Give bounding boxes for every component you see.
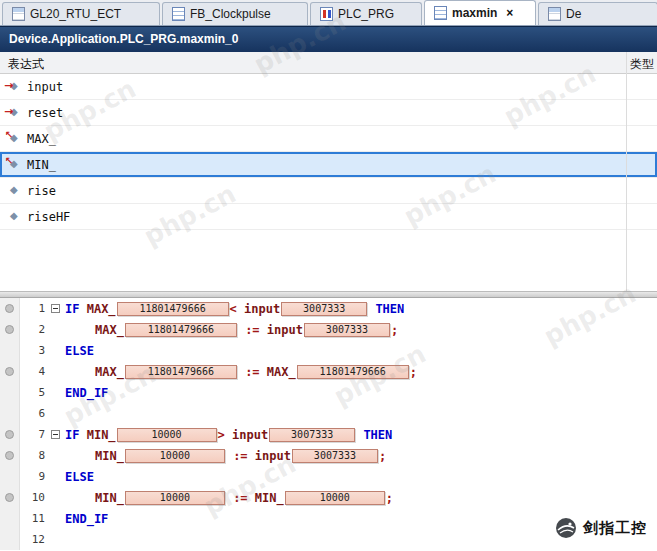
line-number: 1 xyxy=(20,302,48,315)
declaration-row[interactable]: reset xyxy=(0,100,657,126)
value-monitor-box[interactable]: 10000 xyxy=(117,428,217,442)
value-monitor-box[interactable]: 11801479666 xyxy=(117,302,229,316)
breakpoint-dot[interactable] xyxy=(5,493,14,502)
code-line[interactable]: 9ELSE xyxy=(0,466,657,487)
logo-text: 剑指工控 xyxy=(583,519,647,538)
code-token: THEN xyxy=(368,302,404,316)
breakpoint-margin[interactable] xyxy=(0,424,20,445)
code-line[interactable]: 7IF MIN_10000> input3007333 THEN xyxy=(0,424,657,445)
breakpoint-margin[interactable] xyxy=(0,529,20,550)
tab-fb_clockpulse[interactable]: FB_Clockpulse xyxy=(162,2,308,25)
tab-label: De xyxy=(566,7,581,21)
code-token: MAX_ xyxy=(87,302,116,316)
line-number: 8 xyxy=(20,449,48,462)
value-monitor-box[interactable]: 10000 xyxy=(285,491,385,505)
breakpoint-dot[interactable] xyxy=(5,430,14,439)
var-input-icon xyxy=(5,105,23,121)
variable-name: reset xyxy=(27,106,63,120)
declaration-row[interactable]: rise xyxy=(0,178,657,204)
code-token: ; xyxy=(386,491,393,505)
code-lines: 1IF MAX_11801479666< input3007333 THEN2M… xyxy=(0,298,657,550)
globe-icon xyxy=(555,517,577,539)
code-editor[interactable]: 1IF MAX_11801479666< input3007333 THEN2M… xyxy=(0,298,657,551)
value-monitor-box[interactable]: 3007333 xyxy=(281,302,367,316)
tab-de[interactable]: De xyxy=(538,2,657,25)
panel-splitter[interactable] xyxy=(0,291,657,298)
code-line[interactable]: 6 xyxy=(0,403,657,424)
tab-gl20_rtu_ect[interactable]: GL20_RTU_ECT xyxy=(2,2,160,25)
code-line[interactable]: 8MIN_10000 := input3007333; xyxy=(0,445,657,466)
breakpoint-margin[interactable] xyxy=(0,466,20,487)
code-token: := xyxy=(226,449,255,463)
code-line[interactable]: 10MIN_10000 := MIN_10000; xyxy=(0,487,657,508)
breakpoint-dot[interactable] xyxy=(5,304,14,313)
code-token: input xyxy=(244,302,280,316)
breakpoint-margin[interactable] xyxy=(0,361,20,382)
breakpoint-margin[interactable] xyxy=(0,487,20,508)
breakpoint-margin[interactable] xyxy=(0,298,20,319)
tab-label: GL20_RTU_ECT xyxy=(30,7,121,21)
tab-label: PLC_PRG xyxy=(338,7,394,21)
tab-close-icon[interactable] xyxy=(506,7,513,19)
code-token: MIN_ xyxy=(87,428,116,442)
breadcrumb: Device.Application.PLC_PRG.maxmin_0 xyxy=(0,27,657,52)
vendor-logo: 剑指工控 xyxy=(555,517,647,539)
breakpoint-margin[interactable] xyxy=(0,403,20,424)
column-header-type: 类型 xyxy=(630,56,654,73)
device-icon xyxy=(548,7,561,21)
line-number: 11 xyxy=(20,512,48,525)
fold-collapse-icon[interactable] xyxy=(51,430,60,439)
code-token: THEN xyxy=(356,428,392,442)
code-token: := xyxy=(238,323,267,337)
breakpoint-margin[interactable] xyxy=(0,445,20,466)
line-number: 4 xyxy=(20,365,48,378)
variable-name: rise xyxy=(27,184,56,198)
breakpoint-dot[interactable] xyxy=(5,325,14,334)
value-monitor-box[interactable]: 3007333 xyxy=(269,428,355,442)
tab-maxmin[interactable]: maxmin xyxy=(424,0,536,25)
code-line[interactable]: 5END_IF xyxy=(0,382,657,403)
variable-name: input xyxy=(27,80,63,94)
declaration-row[interactable]: input xyxy=(0,74,657,100)
breakpoint-margin[interactable] xyxy=(0,319,20,340)
breakpoint-margin[interactable] xyxy=(0,340,20,361)
declaration-row[interactable]: riseHF xyxy=(0,204,657,230)
value-monitor-box[interactable]: 10000 xyxy=(125,491,225,505)
code-token: input xyxy=(255,449,291,463)
value-monitor-box[interactable]: 10000 xyxy=(125,449,225,463)
declaration-row[interactable]: MIN_ xyxy=(0,152,657,178)
value-monitor-box[interactable]: 3007333 xyxy=(304,323,390,337)
declaration-header: 表达式 类型 xyxy=(0,52,657,74)
line-number: 12 xyxy=(20,533,48,546)
line-number: 7 xyxy=(20,428,48,441)
value-monitor-box[interactable]: 11801479666 xyxy=(125,365,237,379)
device-icon xyxy=(12,7,25,21)
code-token: input xyxy=(267,323,303,337)
var-output-icon xyxy=(5,157,23,173)
declaration-row[interactable]: MAX_ xyxy=(0,126,657,152)
fold-collapse-icon[interactable] xyxy=(51,304,60,313)
code-token: < xyxy=(230,302,244,316)
code-line[interactable]: 4MAX_11801479666 := MAX_11801479666; xyxy=(0,361,657,382)
var-output-icon xyxy=(5,131,23,147)
breakpoint-dot[interactable] xyxy=(5,367,14,376)
value-monitor-box[interactable]: 3007333 xyxy=(292,449,378,463)
code-token: ; xyxy=(379,449,386,463)
variable-name: MAX_ xyxy=(27,132,56,146)
code-token: END_IF xyxy=(65,386,108,400)
tab-label: maxmin xyxy=(452,6,497,20)
column-divider[interactable] xyxy=(626,52,627,291)
value-monitor-box[interactable]: 11801479666 xyxy=(297,365,409,379)
code-line[interactable]: 1IF MAX_11801479666< input3007333 THEN xyxy=(0,298,657,319)
breakpoint-dot[interactable] xyxy=(5,451,14,460)
tab-plc_prg[interactable]: PLC_PRG xyxy=(310,2,422,25)
code-line[interactable]: 3ELSE xyxy=(0,340,657,361)
document-icon xyxy=(434,6,447,20)
tab-label: FB_Clockpulse xyxy=(190,7,271,21)
code-token: MIN_ xyxy=(255,491,284,505)
value-monitor-box[interactable]: 11801479666 xyxy=(125,323,237,337)
line-number: 10 xyxy=(20,491,48,504)
breakpoint-margin[interactable] xyxy=(0,382,20,403)
breakpoint-margin[interactable] xyxy=(0,508,20,529)
code-line[interactable]: 2MAX_11801479666 := input3007333; xyxy=(0,319,657,340)
